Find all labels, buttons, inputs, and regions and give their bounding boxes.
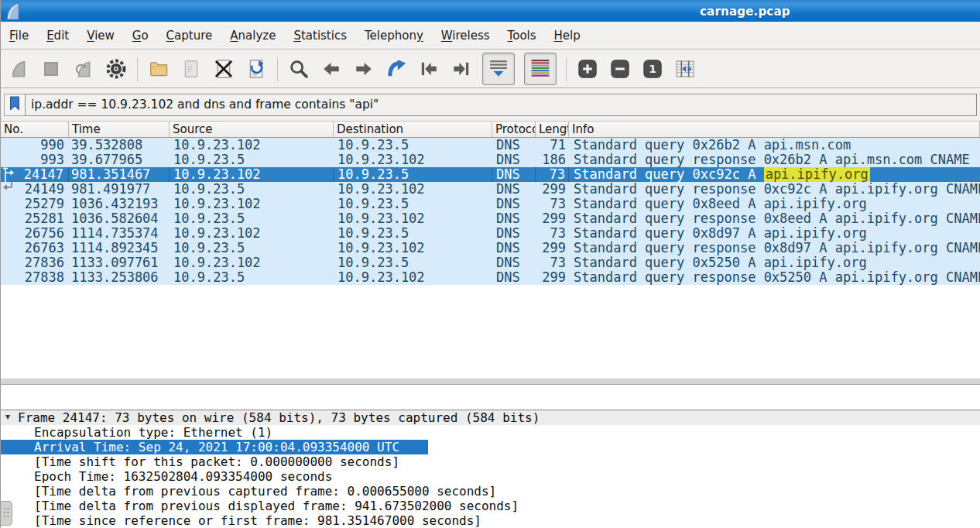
resize-columns-button[interactable] xyxy=(673,56,697,82)
detail-line[interactable]: [Time delta from previous displayed fram… xyxy=(1,499,980,513)
detail-line-text: [Time delta from previous displayed fram… xyxy=(34,499,519,513)
packet-row[interactable]: 267631114.89234510.9.23.510.9.23.102DNS2… xyxy=(1,241,980,255)
packet-row[interactable]: 99039.53280810.9.23.10210.9.23.5DNS71Sta… xyxy=(1,138,980,153)
detail-line[interactable]: Arrival Time: Sep 24, 2021 17:00:04.0933… xyxy=(1,440,428,454)
packet-row[interactable]: 99339.67796510.9.23.510.9.23.102DNS186St… xyxy=(1,153,980,167)
display-filter-input[interactable]: ip.addr == 10.9.23.102 and dns and frame… xyxy=(25,94,977,116)
packet-row[interactable]: 278361133.09776110.9.23.10210.9.23.5DNS7… xyxy=(1,255,980,270)
file-save-icon xyxy=(181,58,201,80)
packet-no-cell: 25279 xyxy=(1,197,69,211)
stop-capture-button[interactable] xyxy=(39,56,63,82)
detail-line[interactable]: [Time since reference or first frame: 98… xyxy=(1,513,980,528)
packet-row[interactable]: 267561114.73537410.9.23.10210.9.23.5DNS7… xyxy=(1,226,980,241)
detail-line-text: [Time since reference or first frame: 98… xyxy=(34,513,481,528)
expert-info-grip[interactable] xyxy=(1,501,12,526)
titlebar[interactable]: carnage.pcap xyxy=(1,0,980,22)
detail-line[interactable]: [Time shift for this packet: 0.000000000… xyxy=(1,454,980,469)
menu-wireless[interactable]: Wireless xyxy=(434,26,497,46)
packet-time-cell: 981.491977 xyxy=(69,182,170,197)
capture-options-button[interactable] xyxy=(105,56,128,82)
filter-bookmark-button[interactable] xyxy=(4,94,25,116)
packet-length-cell: 299 xyxy=(536,182,569,197)
auto-scroll-icon xyxy=(488,59,509,79)
packet-protocol-cell: DNS xyxy=(492,255,536,270)
menu-help[interactable]: Help xyxy=(547,26,588,46)
menu-analyze[interactable]: Analyze xyxy=(223,26,283,46)
go-back-button[interactable] xyxy=(320,56,343,82)
file-reload-icon xyxy=(245,58,267,80)
go-first-packet-button[interactable] xyxy=(417,56,440,82)
zoom-original-button[interactable]: 1 xyxy=(641,56,664,82)
column-header-protocol[interactable]: Protocol xyxy=(492,122,536,137)
packet-length-cell: 73 xyxy=(536,255,569,270)
column-header-no[interactable]: No. xyxy=(1,122,69,137)
zoom-in-button[interactable] xyxy=(576,56,599,82)
packet-row[interactable]: 24147981.35146710.9.23.10210.9.23.5DNS73… xyxy=(1,167,980,182)
expander-triangle-icon[interactable]: ▾ xyxy=(5,410,10,424)
packet-time-cell: 1133.097761 xyxy=(69,255,170,270)
detail-line[interactable]: ▾Frame 24147: 73 bytes on wire (584 bits… xyxy=(1,410,980,425)
column-header-source[interactable]: Source xyxy=(170,122,334,137)
reload-file-button[interactable] xyxy=(245,56,268,82)
column-header-length[interactable]: Length xyxy=(536,122,569,137)
packet-destination-cell: 10.9.23.102 xyxy=(334,270,492,285)
go-last-packet-button[interactable] xyxy=(450,56,473,82)
menu-view[interactable]: View xyxy=(80,26,122,46)
stop-icon xyxy=(41,59,61,79)
packet-row[interactable]: 24149981.49197710.9.23.510.9.23.102DNS29… xyxy=(1,182,980,197)
packet-row[interactable]: 252791036.43219310.9.23.10210.9.23.5DNS7… xyxy=(1,197,980,211)
menu-capture[interactable]: Capture xyxy=(159,26,220,46)
column-header-time[interactable]: Time xyxy=(69,122,170,137)
pane-splitter[interactable] xyxy=(1,378,980,385)
packet-time-cell: 1133.253806 xyxy=(69,270,170,285)
packet-source-cell: 10.9.23.5 xyxy=(170,270,334,285)
menu-go[interactable]: Go xyxy=(125,26,156,46)
request-arrow-icon xyxy=(2,167,15,182)
packet-no-cell: 27836 xyxy=(1,255,69,270)
packet-row[interactable]: 252811036.58260410.9.23.510.9.23.102DNS2… xyxy=(1,211,980,226)
zoom-out-button[interactable] xyxy=(608,56,632,82)
menu-statistics[interactable]: Statistics xyxy=(286,26,354,46)
colorize-toggle[interactable] xyxy=(524,53,557,85)
restart-capture-button[interactable] xyxy=(72,56,95,82)
detail-line-text: Epoch Time: 1632502804.093354000 seconds xyxy=(34,469,332,484)
detail-line-text: Encapsulation type: Ethernet (1) xyxy=(34,425,272,440)
find-packet-button[interactable] xyxy=(287,56,310,82)
menu-file[interactable]: File xyxy=(2,26,36,46)
menu-telephony[interactable]: Telephony xyxy=(358,26,430,46)
packet-time-cell: 1036.432193 xyxy=(69,197,170,211)
open-file-button[interactable] xyxy=(147,56,170,82)
start-capture-button[interactable] xyxy=(7,56,30,82)
search-hit-highlight: api.ipify.org xyxy=(764,167,870,182)
packet-length-cell: 73 xyxy=(536,167,569,182)
detail-line[interactable]: [Time delta from previous captured frame… xyxy=(1,484,980,499)
packet-protocol-cell: DNS xyxy=(492,167,536,182)
magnifier-icon xyxy=(288,58,310,80)
menu-edit[interactable]: Edit xyxy=(39,26,76,46)
packet-row[interactable]: 278381133.25380610.9.23.510.9.23.102DNS2… xyxy=(1,270,980,285)
go-forward-button[interactable] xyxy=(352,56,375,82)
column-header-destination[interactable]: Destination xyxy=(334,122,492,137)
packet-info-cell: Standard query response 0x26b2 A api.msn… xyxy=(569,153,980,167)
detail-line[interactable]: Encapsulation type: Ethernet (1) xyxy=(1,425,980,440)
fin-restart-icon xyxy=(74,58,94,80)
go-to-packet-button[interactable] xyxy=(385,56,408,82)
column-header-info[interactable]: Info xyxy=(569,122,980,137)
packet-source-cell: 10.9.23.102 xyxy=(170,197,334,211)
save-file-button[interactable] xyxy=(180,56,203,82)
packet-time-cell: 1036.582604 xyxy=(69,211,170,226)
packet-destination-cell: 10.9.23.5 xyxy=(334,197,492,211)
detail-line[interactable]: Epoch Time: 1632502804.093354000 seconds xyxy=(1,469,980,484)
packet-info-cell: Standard query 0x8eed A api.ipify.org xyxy=(569,197,980,211)
auto-scroll-toggle[interactable] xyxy=(482,53,515,85)
packet-protocol-cell: DNS xyxy=(492,182,536,197)
packet-source-cell: 10.9.23.102 xyxy=(170,167,334,182)
packet-source-cell: 10.9.23.5 xyxy=(170,211,334,226)
close-file-button[interactable] xyxy=(212,56,235,82)
packet-no-cell: 24149 xyxy=(1,182,69,197)
packet-protocol-cell: DNS xyxy=(492,211,536,226)
packet-destination-cell: 10.9.23.102 xyxy=(334,182,492,197)
packet-destination-cell: 10.9.23.102 xyxy=(334,241,492,255)
menu-tools[interactable]: Tools xyxy=(501,26,543,46)
packet-destination-cell: 10.9.23.5 xyxy=(334,167,492,182)
